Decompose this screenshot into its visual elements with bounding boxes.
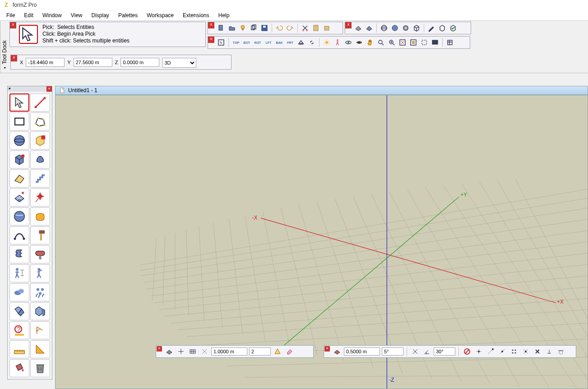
view-rgt-button[interactable]: RGT [253, 37, 263, 47]
menu-file[interactable]: File [2, 11, 19, 20]
save-icon[interactable] [259, 23, 269, 33]
settings-icon[interactable] [445, 37, 455, 47]
wire-cube-icon[interactable] [412, 23, 421, 33]
ruler-tool[interactable] [9, 340, 29, 358]
view-bot-button[interactable]: BOT [242, 37, 252, 47]
sphere-tool[interactable] [9, 131, 29, 150]
redo-icon[interactable] [285, 23, 295, 33]
snap-distance-input[interactable] [344, 347, 380, 356]
close-icon[interactable]: × [46, 86, 52, 92]
view-mode-select[interactable]: 3D [162, 58, 196, 68]
close-icon[interactable]: × [345, 22, 352, 28]
grid-toggle-icon[interactable] [188, 347, 198, 356]
measure-a-tool[interactable] [30, 321, 50, 339]
snap-mid-icon[interactable] [497, 347, 507, 356]
menu-extensions[interactable]: Extensions [178, 11, 214, 20]
triangle-tool[interactable] [30, 340, 50, 358]
plane-b-icon[interactable] [364, 23, 374, 33]
polygon-tool[interactable] [30, 112, 50, 131]
view-frt-button[interactable]: FRT [285, 37, 295, 47]
snap-endpoint-icon[interactable] [486, 347, 495, 356]
curve-tool[interactable] [9, 226, 29, 244]
hammer-tool[interactable] [30, 226, 50, 244]
box-plus-tool[interactable] [30, 131, 50, 150]
cube-red-tool[interactable] [9, 150, 29, 169]
zoom-fit-icon[interactable] [398, 37, 407, 47]
snap-tangent-icon[interactable] [556, 347, 566, 356]
x-input[interactable] [26, 58, 65, 67]
trash-tool[interactable] [30, 359, 50, 377]
wire-sphere-icon[interactable] [379, 23, 389, 33]
close-icon[interactable]: × [208, 22, 214, 28]
z-input[interactable] [120, 58, 159, 67]
snap-x-icon[interactable] [532, 347, 542, 356]
tool-dock-handle[interactable]: ▸ Tool Dock [0, 21, 9, 73]
rectangle-tool[interactable] [9, 112, 29, 131]
man-dim-tool[interactable] [9, 264, 29, 282]
close-icon[interactable]: × [10, 22, 16, 28]
cross-icon[interactable] [199, 347, 209, 356]
snap-point-icon[interactable] [474, 347, 484, 356]
unfold1-tool[interactable] [9, 302, 29, 320]
lathe-tool[interactable] [9, 245, 29, 263]
angle-x-icon[interactable] [410, 347, 420, 356]
unfold2-tool[interactable] [30, 302, 50, 320]
measure-q-tool[interactable]: ? [9, 321, 29, 339]
menu-view[interactable]: View [66, 11, 87, 20]
snap-angle2-input[interactable] [434, 347, 455, 356]
axis-toggle-icon[interactable] [176, 347, 186, 356]
snap-perp-icon[interactable] [544, 347, 554, 356]
persp-grid-icon[interactable] [296, 37, 306, 47]
plane-xy-icon[interactable] [164, 347, 174, 356]
menu-help[interactable]: Help [214, 11, 234, 20]
palette-header[interactable]: ▾ × [8, 86, 52, 92]
view-bak-button[interactable]: BAK [274, 37, 284, 47]
close-icon[interactable]: × [11, 55, 17, 61]
extrude-tool[interactable] [30, 150, 50, 169]
spark-tool[interactable] [30, 188, 50, 206]
close-icon[interactable]: × [324, 346, 330, 352]
zoom-in-icon[interactable] [387, 37, 397, 47]
cube-outline-icon[interactable] [437, 23, 447, 33]
cursor-box-icon[interactable] [216, 37, 226, 47]
grid-plus-tool[interactable] [9, 188, 29, 206]
zoom-icon[interactable] [376, 37, 386, 47]
eye-icon[interactable] [354, 37, 364, 47]
bucket-tool[interactable] [9, 359, 29, 377]
copy-icon[interactable] [249, 23, 259, 33]
check-cube-icon[interactable] [448, 23, 458, 33]
grid-distance-input[interactable] [211, 347, 247, 356]
link-icon[interactable] [307, 37, 317, 47]
frame-icon[interactable] [419, 37, 429, 47]
rounded-tool[interactable] [30, 207, 50, 225]
document-tab[interactable]: Untitled1 - 1 [55, 86, 588, 95]
close-icon[interactable]: × [208, 37, 214, 43]
surface-tool[interactable] [9, 169, 29, 187]
y-input[interactable] [74, 58, 112, 67]
pick-tool[interactable] [9, 94, 29, 112]
stairs-tool[interactable] [30, 169, 50, 187]
menu-display[interactable]: Display [87, 11, 114, 20]
clouds-tool[interactable] [9, 283, 29, 301]
menu-workspace[interactable]: Workspace [142, 11, 178, 20]
open-project-icon[interactable] [227, 23, 237, 33]
orbit-icon[interactable] [343, 37, 353, 47]
man-point-tool[interactable] [30, 264, 50, 282]
new-project-icon[interactable] [216, 23, 226, 33]
screen-icon[interactable] [430, 37, 440, 47]
snap-angle1-input[interactable] [382, 347, 403, 356]
snap-intersect-icon[interactable] [521, 347, 531, 356]
group-tool[interactable] [30, 283, 50, 301]
paste-icon[interactable] [311, 23, 321, 33]
warning-icon[interactable] [273, 347, 282, 356]
angle-icon[interactable] [422, 347, 432, 356]
line-tool[interactable] [30, 94, 50, 112]
view-lft-button[interactable]: LFT [264, 37, 273, 47]
solid-sphere-icon[interactable] [401, 23, 411, 33]
box-icon[interactable] [322, 23, 332, 33]
close-icon[interactable]: × [157, 346, 162, 352]
undo-icon[interactable] [274, 23, 284, 33]
menu-edit[interactable]: Edit [19, 11, 38, 20]
sphere2-tool[interactable] [9, 207, 29, 225]
grid-count-input[interactable] [249, 347, 271, 356]
